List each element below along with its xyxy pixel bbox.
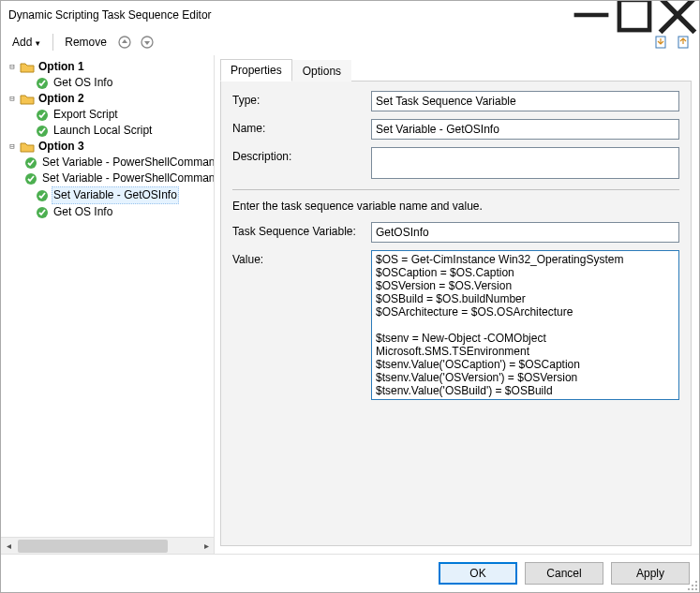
tree-item[interactable]: Set Variable - PowerShellCommand xyxy=(20,155,214,170)
scroll-thumb[interactable] xyxy=(18,540,168,553)
minimize-button[interactable] xyxy=(570,1,613,29)
folder-icon xyxy=(20,60,35,75)
check-icon xyxy=(23,156,38,170)
tree-group-option3[interactable]: ⊟ Option 3 xyxy=(5,139,214,155)
check-icon xyxy=(35,124,50,139)
value-field[interactable] xyxy=(371,250,679,400)
folder-icon xyxy=(20,92,35,107)
import-button[interactable] xyxy=(650,32,671,52)
svg-point-15 xyxy=(695,581,697,583)
tree-item-label: Get OS Info xyxy=(52,75,114,91)
check-icon xyxy=(35,205,50,220)
type-label: Type: xyxy=(232,91,364,107)
description-field[interactable] xyxy=(371,147,679,179)
tree-item[interactable]: Set Variable - GetOSInfo xyxy=(20,186,214,204)
window-title: Dynamic Scripting Task Sequence Editor xyxy=(8,8,212,22)
folder-icon xyxy=(20,140,35,155)
tree-group-label: Option 1 xyxy=(37,59,86,75)
tree-item[interactable]: Launch Local Script xyxy=(20,123,214,139)
tree-item-label: Launch Local Script xyxy=(52,123,154,139)
hint-text: Enter the task sequence variable name an… xyxy=(232,200,679,213)
tab-bar: Properties Options xyxy=(220,59,692,82)
tree-item-label: Get OS Info xyxy=(52,204,114,220)
tsvar-field[interactable] xyxy=(371,222,679,243)
description-label: Description: xyxy=(232,147,364,163)
scroll-right-icon[interactable]: ▸ xyxy=(199,541,214,551)
toolbar: Add▼ Remove xyxy=(1,29,699,55)
tsvar-label: Task Sequence Variable: xyxy=(232,222,364,238)
properties-panel: Type: Name: Description: Enter the task … xyxy=(220,82,692,546)
name-field[interactable] xyxy=(371,119,679,140)
svg-rect-1 xyxy=(619,0,649,30)
svg-point-16 xyxy=(692,585,693,586)
maximize-button[interactable] xyxy=(613,1,656,29)
type-field xyxy=(371,91,679,111)
move-down-button[interactable] xyxy=(137,32,157,52)
tree-item-label: Set Variable - PowerShellCommand xyxy=(40,170,214,186)
collapse-icon[interactable]: ⊟ xyxy=(7,141,18,153)
tree-item-label: Set Variable - PowerShellCommand xyxy=(40,155,214,170)
check-icon xyxy=(35,108,50,123)
tree-group-label: Option 3 xyxy=(37,139,86,155)
horizontal-scrollbar[interactable]: ◂ ▸ xyxy=(1,537,214,554)
svg-point-20 xyxy=(695,588,697,590)
tab-properties[interactable]: Properties xyxy=(220,59,292,82)
dialog-buttons: OK Cancel Apply xyxy=(1,554,699,592)
name-label: Name: xyxy=(232,119,364,135)
value-label: Value: xyxy=(232,250,364,266)
resize-grip-icon[interactable] xyxy=(685,578,698,591)
tree-item[interactable]: Export Script xyxy=(20,107,214,123)
ok-button[interactable]: OK xyxy=(439,562,517,585)
add-button[interactable]: Add▼ xyxy=(7,34,47,51)
export-button[interactable] xyxy=(673,32,693,52)
check-icon xyxy=(35,188,50,203)
check-icon xyxy=(23,171,38,186)
title-bar: Dynamic Scripting Task Sequence Editor xyxy=(1,1,699,29)
window-controls xyxy=(570,1,699,29)
tree-group-option2[interactable]: ⊟ Option 2 xyxy=(5,91,214,107)
close-button[interactable] xyxy=(656,1,699,29)
tree-item[interactable]: Get OS Info xyxy=(20,75,214,91)
separator xyxy=(52,34,53,51)
tree-group-option1[interactable]: ⊟ Option 1 xyxy=(5,59,214,75)
collapse-icon[interactable]: ⊟ xyxy=(7,62,18,73)
apply-button[interactable]: Apply xyxy=(611,562,690,585)
collapse-icon[interactable]: ⊟ xyxy=(7,94,18,105)
svg-point-17 xyxy=(695,585,697,586)
chevron-down-icon: ▼ xyxy=(34,39,41,48)
tree-item[interactable]: Set Variable - PowerShellCommand xyxy=(20,170,214,186)
move-up-button[interactable] xyxy=(114,32,135,52)
tree-item-label: Set Variable - GetOSInfo xyxy=(52,186,179,204)
tree-pane: ⊟ Option 1 Get OS Info ⊟ xyxy=(1,55,215,554)
check-icon xyxy=(35,76,50,91)
scroll-left-icon[interactable]: ◂ xyxy=(1,541,16,551)
details-pane: Properties Options Type: Name: Descripti… xyxy=(215,55,699,554)
svg-point-19 xyxy=(692,588,693,590)
svg-point-18 xyxy=(688,588,690,590)
tree-group-label: Option 2 xyxy=(37,91,86,107)
tree-view[interactable]: ⊟ Option 1 Get OS Info ⊟ xyxy=(1,55,214,537)
content-area: ⊟ Option 1 Get OS Info ⊟ xyxy=(1,55,699,554)
cancel-button[interactable]: Cancel xyxy=(525,562,603,585)
divider xyxy=(232,189,679,190)
tree-item-label: Export Script xyxy=(52,107,120,123)
tab-options[interactable]: Options xyxy=(292,60,351,82)
tree-item[interactable]: Get OS Info xyxy=(20,204,214,220)
remove-button[interactable]: Remove xyxy=(59,34,112,51)
